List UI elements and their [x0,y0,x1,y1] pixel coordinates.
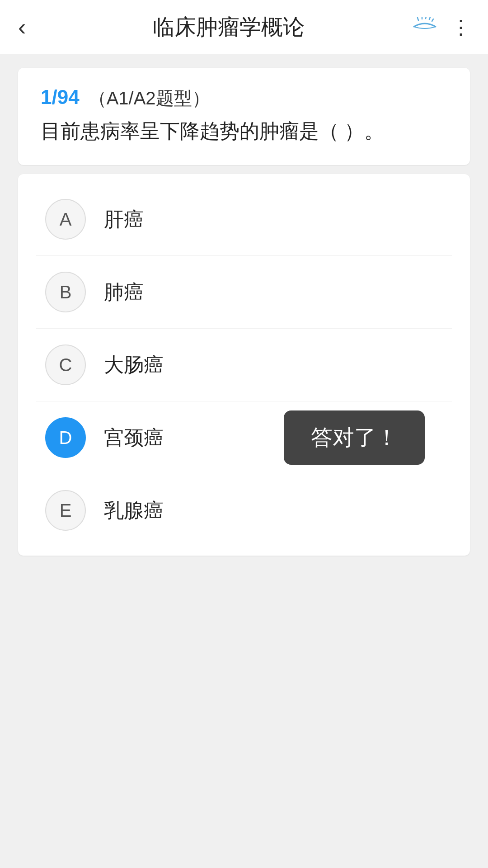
question-header: 1/94 （A1/A2题型） [41,86,447,111]
svg-line-0 [418,18,418,20]
header-icons: ⋮ [412,15,470,38]
option-c-circle: C [45,344,86,385]
option-d-label: 宫颈癌 [104,425,164,451]
option-b-circle: B [45,272,86,312]
correct-tooltip: 答对了！ [284,410,425,465]
svg-line-2 [426,17,426,19]
option-c-label: 大肠癌 [104,352,164,378]
header: ‹ 临床肿瘤学概论 ⋮ [0,0,488,54]
option-a[interactable]: A 肝癌 [36,183,452,256]
svg-line-3 [429,17,430,19]
option-e-circle: E [45,490,86,531]
main-content: 1/94 （A1/A2题型） 目前患病率呈下降趋势的肿瘤是（ ）。 A 肝癌 B… [0,54,488,868]
question-card: 1/94 （A1/A2题型） 目前患病率呈下降趋势的肿瘤是（ ）。 [18,68,470,165]
question-type: （A1/A2题型） [89,86,210,111]
option-a-circle: A [45,199,86,240]
option-b-label: 肺癌 [104,279,144,306]
back-button[interactable]: ‹ [18,14,45,41]
option-e-label: 乳腺癌 [104,497,164,524]
option-b[interactable]: B 肺癌 [36,256,452,329]
question-number: 1/94 [41,86,80,108]
option-e[interactable]: E 乳腺癌 [36,474,452,547]
page-title: 临床肿瘤学概论 [45,13,412,42]
eye-icon[interactable] [412,17,437,37]
question-text: 目前患病率呈下降趋势的肿瘤是（ ）。 [41,115,447,147]
option-d[interactable]: D 宫颈癌 答对了！ [36,401,452,474]
option-c[interactable]: C 大肠癌 [36,329,452,401]
app-container: ‹ 临床肿瘤学概论 ⋮ [0,0,488,868]
option-a-label: 肝癌 [104,206,144,233]
options-container: A 肝癌 B 肺癌 C 大肠癌 D 宫颈癌 答对了！ E 乳腺癌 [18,174,470,556]
option-d-circle: D [45,417,86,458]
svg-line-4 [432,19,433,21]
more-menu-icon[interactable]: ⋮ [451,15,470,38]
